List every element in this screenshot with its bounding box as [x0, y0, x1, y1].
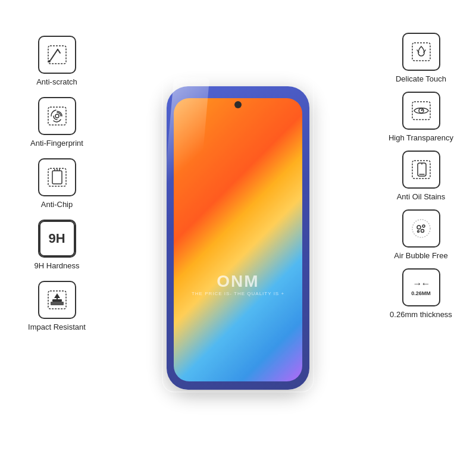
feature-anti-oil-stains: Anti Oil Stains — [372, 151, 470, 201]
high-transparency-label: High Transparency — [389, 133, 453, 142]
chip-icon — [46, 166, 68, 189]
eye-icon — [410, 99, 433, 122]
anti-fingerprint-icon-box — [38, 97, 76, 135]
scratch-icon — [46, 43, 68, 66]
anti-oil-icon-box — [402, 151, 440, 189]
feature-impact-resistant: Impact Resistant — [11, 281, 103, 331]
anti-fingerprint-label: Anti-Fingerprint — [30, 139, 83, 148]
feature-thickness: →← 0.26MM 0.26mm thickness — [372, 268, 470, 319]
delicate-touch-icon-box — [402, 33, 440, 71]
thickness-arrows-icon: →← — [413, 278, 430, 289]
svg-rect-12 — [51, 302, 64, 305]
fingerprint-icon — [46, 105, 68, 127]
svg-point-5 — [55, 114, 59, 118]
svg-rect-13 — [52, 299, 62, 302]
left-features: Anti-scratch Anti-Fingerprint — [11, 36, 103, 331]
impact-icon — [46, 289, 68, 311]
feature-anti-scratch: Anti-scratch — [11, 36, 103, 86]
thickness-icon-box: →← 0.26MM — [402, 268, 440, 306]
phone-oil-icon — [410, 158, 433, 181]
svg-line-1 — [51, 49, 58, 60]
svg-rect-16 — [412, 43, 430, 61]
svg-rect-7 — [52, 171, 62, 184]
svg-point-3 — [48, 60, 51, 62]
svg-point-19 — [421, 109, 422, 111]
svg-point-28 — [417, 231, 419, 233]
air-bubble-icon-box — [402, 209, 440, 248]
svg-point-25 — [417, 226, 421, 229]
impact-resistant-label: Impact Resistant — [28, 322, 86, 331]
feature-high-transparency: High Transparency — [372, 92, 470, 142]
feature-anti-fingerprint: Anti-Fingerprint — [11, 97, 103, 148]
high-transparency-icon-box — [402, 92, 440, 130]
svg-point-22 — [421, 164, 422, 165]
glass-protector — [162, 71, 314, 392]
svg-line-2 — [58, 49, 60, 53]
anti-scratch-icon-box — [38, 36, 76, 74]
svg-point-26 — [422, 225, 425, 227]
main-container: Anti-scratch Anti-Fingerprint — [0, 0, 476, 476]
svg-rect-0 — [48, 46, 66, 64]
phone-display-area: ONM THE PRICE IS- THE QUALITY IS + — [146, 42, 330, 434]
9h-text-icon: 9H — [39, 221, 75, 256]
svg-marker-14 — [54, 293, 60, 298]
delicate-touch-label: Delicate Touch — [396, 74, 446, 83]
feature-air-bubble-free: Air Bubble Free — [372, 209, 470, 260]
svg-point-24 — [412, 220, 430, 237]
anti-oil-label: Anti Oil Stains — [397, 192, 446, 201]
thickness-label: 0.26mm thickness — [390, 310, 452, 319]
svg-point-27 — [421, 230, 424, 233]
right-features: Delicate Touch High Transparency — [372, 33, 470, 319]
bubble-icon — [410, 217, 433, 240]
anti-chip-icon-box — [38, 158, 76, 196]
anti-chip-label: Anti-Chip — [41, 200, 73, 209]
feature-9h-hardness: 9H 9H Hardness — [11, 220, 103, 270]
air-bubble-label: Air Bubble Free — [394, 251, 447, 260]
feature-anti-chip: Anti-Chip — [11, 158, 103, 209]
thickness-value: 0.26MM — [411, 290, 431, 296]
glass-shine — [164, 77, 209, 196]
9h-label: 9H Hardness — [35, 261, 80, 270]
9h-icon-box: 9H — [38, 220, 76, 258]
touch-icon — [410, 40, 433, 63]
impact-icon-box — [38, 281, 76, 319]
anti-scratch-label: Anti-scratch — [36, 77, 77, 86]
feature-delicate-touch: Delicate Touch — [372, 33, 470, 83]
